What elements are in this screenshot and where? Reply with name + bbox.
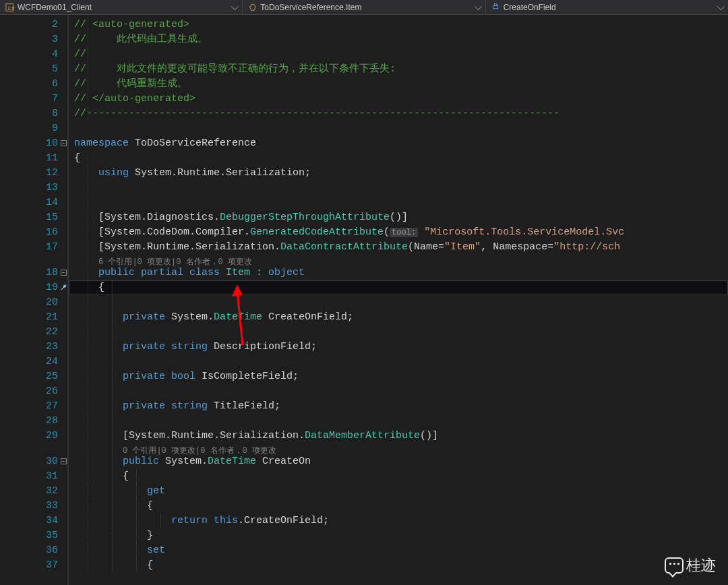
code-text: System. bbox=[165, 311, 214, 323]
line-number: 32 bbox=[0, 484, 67, 499]
code-text: partial bbox=[141, 267, 183, 278]
fold-toggle-icon[interactable] bbox=[61, 270, 67, 276]
code-text: //--------------------------------------… bbox=[74, 108, 559, 119]
breadcrumb-project[interactable]: C# WCFDemo01_Client bbox=[0, 0, 243, 14]
code-text: { bbox=[74, 152, 80, 164]
code-text: ()] bbox=[420, 430, 438, 441]
line-number: 14 bbox=[0, 195, 67, 210]
line-number: 8 bbox=[0, 106, 67, 121]
code-text: public bbox=[98, 267, 135, 278]
line-number: 33 bbox=[0, 499, 67, 514]
code-text: // 对此文件的更改可能导致不正确的行为，并在以下条件下丢失: bbox=[74, 63, 396, 75]
line-number: 17 bbox=[0, 240, 67, 255]
code-text: ()] bbox=[390, 212, 408, 223]
code-text: [System.Runtime.Serialization. bbox=[74, 430, 305, 441]
quick-action-icon[interactable] bbox=[59, 283, 67, 291]
line-number: 2 bbox=[0, 18, 67, 32]
code-text: System.Runtime.Serialization; bbox=[129, 167, 311, 179]
code-text: IsCompleteField; bbox=[195, 371, 299, 382]
code-text: // 代码重新生成。 bbox=[74, 78, 187, 90]
line-number: 23 bbox=[0, 340, 67, 355]
code-text: DateTime bbox=[208, 456, 256, 467]
line-number: 4 bbox=[0, 47, 67, 62]
code-text: ( bbox=[384, 226, 390, 238]
code-text: class bbox=[189, 267, 220, 278]
line-number: 9 bbox=[0, 121, 67, 136]
csharp-project-icon: C# bbox=[5, 3, 15, 12]
line-number: 3 bbox=[0, 32, 67, 47]
code-text: { bbox=[74, 470, 129, 482]
code-text: public bbox=[123, 456, 159, 467]
code-text: [System.Diagnostics. bbox=[74, 212, 220, 223]
code-text: DescriptionField; bbox=[208, 341, 317, 352]
code-text: [System.Runtime.Serialization. bbox=[74, 241, 280, 253]
line-number-gutter: 2 3 4 5 6 7 8 9 10 11 12 13 14 15 16 17 … bbox=[0, 15, 67, 585]
code-text: // </auto-generated> bbox=[74, 93, 195, 104]
code-text: System. bbox=[159, 456, 208, 467]
code-text: { bbox=[74, 500, 153, 512]
code-editor[interactable]: 2 3 4 5 6 7 8 9 10 11 12 13 14 15 16 17 … bbox=[0, 15, 728, 585]
code-text: using bbox=[98, 167, 129, 179]
svg-rect-2 bbox=[493, 5, 497, 8]
line-number: 19 bbox=[0, 280, 67, 295]
code-text: CreateOnField; bbox=[262, 311, 353, 323]
code-text: DataMemberAttribute bbox=[305, 430, 420, 441]
code-text: private bbox=[123, 400, 165, 412]
code-text: private bbox=[123, 371, 165, 382]
line-number: 30 bbox=[0, 454, 67, 469]
code-text: // bbox=[74, 49, 86, 60]
line-number: 36 bbox=[0, 543, 67, 558]
code-text: (Name= bbox=[408, 241, 444, 253]
line-number: 25 bbox=[0, 369, 67, 384]
line-number: 11 bbox=[0, 151, 67, 166]
code-text: CreateOn bbox=[256, 456, 311, 467]
line-number: 34 bbox=[0, 514, 67, 528]
svg-rect-3 bbox=[494, 3, 497, 5]
line-number: 29 bbox=[0, 429, 67, 443]
line-number: 10 bbox=[0, 136, 67, 151]
code-text: this bbox=[214, 515, 238, 526]
line-number: 37 bbox=[0, 558, 67, 573]
code-text: object bbox=[268, 267, 305, 278]
code-text: bool bbox=[171, 371, 195, 382]
code-text: "Item" bbox=[444, 241, 481, 253]
code-text: // 此代码由工具生成。 bbox=[74, 34, 208, 45]
breadcrumb-project-label: WCFDemo01_Client bbox=[18, 3, 92, 12]
line-number: 27 bbox=[0, 399, 67, 414]
line-number: 5 bbox=[0, 62, 67, 77]
line-number: 22 bbox=[0, 325, 67, 340]
breadcrumb-type[interactable]: ToDoServiceReference.Item bbox=[243, 0, 485, 14]
svg-text:C#: C# bbox=[8, 5, 16, 11]
line-number: 24 bbox=[0, 355, 67, 369]
chevron-down-icon bbox=[231, 2, 239, 9]
code-text: namespace bbox=[74, 137, 129, 149]
fold-toggle-icon[interactable] bbox=[61, 458, 67, 464]
fold-toggle-icon[interactable] bbox=[61, 140, 67, 146]
line-number bbox=[0, 443, 67, 454]
code-text: string bbox=[171, 341, 208, 352]
breadcrumb-bar: C# WCFDemo01_Client ToDoServiceReference… bbox=[0, 0, 728, 15]
code-text: Item : bbox=[220, 267, 268, 278]
code-text: DebuggerStepThroughAttribute bbox=[220, 212, 390, 223]
code-text: private bbox=[123, 341, 165, 352]
breadcrumb-member[interactable]: CreateOnField bbox=[486, 0, 728, 14]
breadcrumb-type-label: ToDoServiceReference.Item bbox=[260, 3, 361, 12]
code-text: GeneratedCodeAttribute bbox=[250, 226, 384, 238]
chevron-down-icon bbox=[717, 2, 725, 9]
code-text: { bbox=[74, 282, 104, 293]
code-text: return bbox=[171, 515, 208, 526]
code-text: DataContractAttribute bbox=[280, 241, 408, 253]
line-number: 6 bbox=[0, 77, 67, 92]
line-number: 12 bbox=[0, 166, 67, 181]
chevron-down-icon bbox=[474, 2, 481, 9]
line-number: 7 bbox=[0, 92, 67, 106]
code-text: "Microsoft.Tools.ServiceModel.Svc bbox=[424, 226, 624, 238]
code-area[interactable]: // <auto-generated> // 此代码由工具生成。 // // 对… bbox=[69, 15, 728, 585]
field-icon bbox=[491, 3, 501, 12]
line-number: 15 bbox=[0, 210, 67, 225]
line-number: 35 bbox=[0, 528, 67, 543]
code-text: } bbox=[74, 530, 153, 541]
code-text: TitleField; bbox=[208, 400, 280, 412]
code-text: private bbox=[123, 311, 165, 323]
code-text: string bbox=[171, 400, 208, 412]
